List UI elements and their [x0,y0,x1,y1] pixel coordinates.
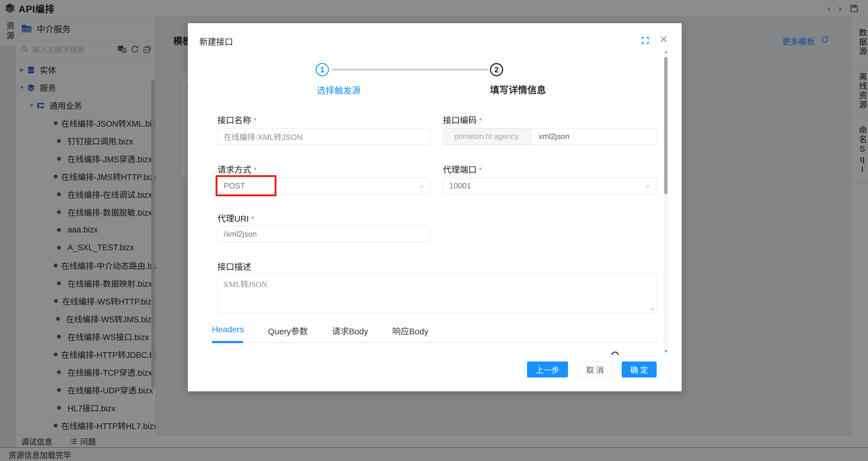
confirm-button[interactable]: 确 定 [622,362,657,377]
active-tab-indicator [212,341,243,343]
step-2-label: 填写详情信息 [490,82,546,96]
step-2-circle: 2 [490,63,503,76]
step-1-label: 选择触发源 [317,84,361,96]
close-icon[interactable]: ✕ [659,34,668,44]
resize-handle-icon[interactable] [649,306,654,311]
code-label: 接口编码* [443,114,482,126]
step-1-circle: 1 [316,63,329,76]
annotation-red-box [216,175,276,196]
name-input[interactable]: 在线编排-XML转JSON [217,128,431,145]
cancel-button[interactable]: 取 消 [577,362,613,377]
uri-input[interactable]: /xml2json [217,226,431,242]
code-prefix: primeton.hr.agency. [443,128,531,145]
code-input-group: primeton.hr.agency. xml2json [443,128,657,145]
code-input[interactable]: xml2json [531,128,656,145]
modal-scrollbar-thumb[interactable] [664,57,668,194]
fullscreen-icon[interactable] [641,36,650,45]
chevron-down-icon: ∨ [419,183,424,189]
method-label: 请求方式* [217,163,256,175]
tab-headers[interactable]: Headers [212,325,244,337]
tab-request-body[interactable]: 请求Body [332,325,368,337]
tab-response-body[interactable]: 响应Body [392,325,428,337]
scroll-down-icon[interactable]: ▼ [663,349,668,354]
new-interface-modal: 新建接口 ✕ 1 2 选择触发源 填写详情信息 接口名称* 在线编排-XML转J… [188,23,682,391]
description-label: 接口描述 [217,260,251,272]
clipped-circle-icon [612,351,619,355]
name-label: 接口名称* [217,114,256,126]
uri-label: 代理URI* [217,212,254,224]
modal-title: 新建接口 [199,35,233,47]
port-select[interactable]: 10001 ∨ [443,178,657,194]
tab-track [212,342,658,343]
tab-query-params[interactable]: Query参数 [268,325,308,337]
port-label: 代理端口* [443,163,482,175]
description-textarea[interactable]: XML转JSON [217,273,657,313]
previous-step-button[interactable]: 上一步 [527,362,568,377]
scroll-up-icon[interactable]: ▲ [663,50,668,54]
param-tabs: Headers Query参数 请求Body 响应Body [212,325,428,337]
chevron-down-icon: ∨ [645,183,650,189]
step-connector [332,69,489,70]
